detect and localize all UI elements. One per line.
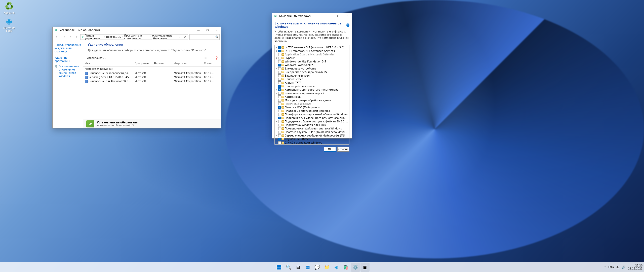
control-panel-button[interactable]: ⚙️ [351,263,360,272]
sidebar-uninstall-link[interactable]: Удаление программы [55,56,81,63]
breadcrumb-part-2[interactable]: Программы и компоненты [124,34,149,40]
volume-icon[interactable]: 🔊 [622,265,626,269]
up-button[interactable]: ↑ [74,34,80,40]
breadcrumb[interactable]: ⚙ Панель управления› Программы› Программ… [80,34,182,40]
table-group[interactable]: Microsoft Windows (3) [83,67,221,71]
help-icon[interactable]: ❓ [215,56,219,60]
widgets-button[interactable]: ▦ [303,263,312,272]
checkbox[interactable] [278,53,281,56]
view-dropdown-icon[interactable]: ▾ [209,56,213,60]
checkbox[interactable] [278,81,281,84]
checkbox[interactable] [278,74,281,77]
checkbox[interactable] [278,92,281,95]
sidebar-features-link[interactable]: 🛡️ Включение или отключение компонентов … [55,65,81,78]
checkbox[interactable] [278,60,281,63]
col-publisher[interactable]: Издатель [172,61,203,66]
ok-button[interactable]: OK [324,147,336,152]
expander-icon[interactable]: ⊞ [275,89,278,91]
expander-icon[interactable]: ⊞ [275,92,278,94]
view-options-icon[interactable]: ≣ [204,56,208,60]
feature-item[interactable]: ⊞Компоненты для работы с мультимедиа [275,88,349,91]
checkbox[interactable] [278,99,281,102]
chevron-down-icon[interactable]: ⌄ [179,36,181,38]
feature-item[interactable]: ⊞Компоненты прежних версий [275,91,349,95]
checkbox[interactable] [278,131,281,133]
feature-item[interactable]: Подсистема Windows для Linux [275,123,349,127]
expander-icon[interactable]: ⊞ [275,50,278,52]
breadcrumb-part-0[interactable]: Панель управления [85,34,103,40]
back-button[interactable]: ← [54,34,60,40]
checkbox[interactable] [278,50,281,52]
feature-item[interactable]: Windows PowerShell 2.0 [275,63,349,67]
feature-item[interactable]: Печать в PDF (Майкрософт) [275,106,349,109]
checkbox[interactable] [278,138,281,141]
feature-item[interactable]: Служба SMB Direct [275,137,349,141]
titlebar[interactable]: ⚙ Установленные обновления — ▢ ✕ [53,27,221,33]
checkbox[interactable] [278,64,281,66]
expander-icon[interactable]: ⊞ [275,57,278,59]
feature-item[interactable]: Windows Identity Foundation 3.5 [275,60,349,63]
feature-item[interactable]: Application Guard в Microsoft Defender [275,53,349,56]
recent-dropdown[interactable]: ▾ [67,34,73,40]
features-tree[interactable]: ⊞.NET Framework 3.5 (включает .NET 2.0 и… [274,45,349,145]
checkbox[interactable] [278,106,281,109]
expander-icon[interactable]: ⊞ [275,142,278,144]
tray-chevron-icon[interactable]: ˄ [604,265,606,269]
desktop-icon-edge[interactable]: ◉ Microsoft Edge [2,16,17,32]
checkbox[interactable] [278,71,281,74]
task-view-button[interactable]: ⊞ [294,263,303,272]
explorer-button[interactable]: 📁 [322,263,331,272]
feature-item[interactable]: Защищенный узел [275,74,349,77]
store-button[interactable]: 🛍️ [341,263,350,272]
titlebar[interactable]: ▣ Компоненты Windows — ▢ ✕ [272,13,352,19]
refresh-button[interactable]: ⟳ [182,34,188,40]
language-indicator[interactable]: ENG [608,266,614,268]
sidebar-home-link[interactable]: Панель управления — домашняя страница [55,43,81,53]
checkbox[interactable] [278,103,281,105]
checkbox[interactable] [278,117,281,119]
close-button[interactable]: ✕ [212,27,221,33]
feature-item[interactable]: Клиент TFTP [275,81,349,84]
edge-button[interactable]: ◉ [332,263,341,272]
breadcrumb-part-1[interactable]: Программы [106,36,122,38]
checkbox[interactable] [278,88,281,91]
checkbox[interactable] [278,124,281,126]
sort-dropdown[interactable]: Упорядочить [86,56,107,60]
search-input[interactable]: 🔍 [189,34,220,40]
feature-item[interactable]: ⊞Блокировка устройства [275,67,349,70]
checkbox[interactable] [278,113,281,116]
checkbox[interactable] [278,95,281,98]
expander-icon[interactable]: ⊞ [275,120,278,123]
maximize-button[interactable]: ▢ [334,13,343,19]
feature-item[interactable]: Платформа виртуальной машины [275,109,349,113]
col-name[interactable]: Имя [83,61,133,66]
maximize-button[interactable]: ▢ [203,27,212,33]
network-icon[interactable]: 🖧 [616,265,619,269]
feature-item[interactable]: ⊞Поддержка общего доступа к файлам SMB 1… [275,120,349,123]
checkbox[interactable] [278,134,281,137]
feature-item[interactable]: Мост для центра обработки данных [275,98,349,102]
feature-item[interactable]: Песочница Windows [275,102,349,106]
feature-item[interactable]: Клиент рабочих папок [275,84,349,88]
minimize-button[interactable]: — [194,27,203,33]
expander-icon[interactable]: ⊞ [275,134,278,137]
close-button[interactable]: ✕ [343,13,352,19]
checkbox[interactable] [278,85,281,88]
col-version[interactable]: Версия [153,61,172,66]
checkbox[interactable] [278,67,281,70]
checkbox[interactable] [278,141,281,144]
checkbox[interactable] [278,110,281,112]
feature-item[interactable]: Проецируемая файловая система Windows [275,127,349,130]
desktop-icon-recycle-bin[interactable]: ♻️ Корзина [2,1,17,14]
feature-item[interactable]: Платформа низкоуровневой оболочки Window… [275,113,349,116]
minimize-button[interactable]: — [325,13,334,19]
feature-item[interactable]: Контейнеры [275,95,349,98]
feature-item[interactable]: ⊞Hyper-V [275,56,349,60]
table-row[interactable]: Обновление безопасности для Microsoft Wi… [83,71,221,75]
start-button[interactable] [274,263,284,272]
programs-button[interactable]: ▣ [360,263,370,272]
col-installed[interactable]: Установле... [203,61,217,66]
feature-item[interactable]: ⊞.NET Framework 3.5 (включает .NET 2.0 и… [275,46,349,49]
chat-button[interactable]: 💬 [313,263,322,272]
help-icon[interactable]: ? [346,23,349,27]
